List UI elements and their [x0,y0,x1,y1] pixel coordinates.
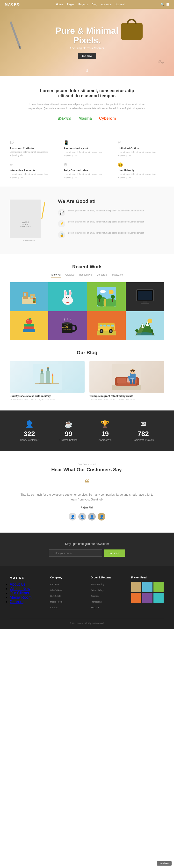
footer-company-col: Company About Us What's New Our Clients … [50,576,84,611]
feature-friendly: 😊 User Friendly Lorem ipsum dolor sit am… [118,162,164,179]
avatar-4-active[interactable]: 👤 [98,513,105,521]
footer-order-link-5[interactable]: Help Me [91,607,99,609]
svg-point-61 [100,330,103,332]
footer-link-4[interactable]: Media Room [10,595,32,599]
svg-rect-105 [130,379,132,384]
footer-order-link-2[interactable]: Return Policy [91,589,104,591]
mail-icon: ✉ [133,420,154,428]
feature-unlimited: ♾ Unlimited Option Lorem ipsum dolor sit… [118,140,164,157]
svg-point-23 [100,290,106,293]
work-item-2[interactable] [48,282,87,311]
footer-company-link-3[interactable]: Our Clients [50,595,61,597]
menu-icon[interactable]: ☰ [166,3,169,6]
flicker-thumb-2[interactable] [142,582,152,592]
flicker-thumb-6[interactable] [153,593,164,603]
testimonial-section: Dont take our for it! Hear What Our Cust… [0,451,174,533]
work-item-6[interactable]: EXPLORE THE OUTDOORS [48,311,87,340]
feature-friendly-text: Lorem ipsum dolor sit amet, consectetur … [118,173,164,179]
svg-rect-75 [152,332,152,335]
feature-interactive: ✏ Interactive Elements Lorem ipsum dolor… [10,162,56,179]
svg-rect-52 [97,331,116,335]
blog-title: Our Blog [10,350,164,355]
flicker-thumb-1[interactable] [131,582,141,592]
footer-link-2[interactable]: What's New [10,587,30,591]
blog-post-1-meta: 13 November 2021 World 5,081 User View [10,398,85,401]
work-item-7[interactable] [87,311,126,340]
footer-link-3[interactable]: Our Clients [10,591,29,595]
scissors-icon: ✂ [156,57,166,68]
svg-rect-82 [41,369,43,371]
work-tab-responsive[interactable]: Responsive [79,273,92,278]
svg-text:THE OUTDOORS: THE OUTDOORS [63,329,71,330]
nav-link-projects[interactable]: Projects [78,3,88,6]
nav-link-home[interactable]: Home [56,3,63,6]
footer-link-5[interactable]: Careers [10,600,24,604]
brands-list: México Mosiha Cyberom [14,116,160,121]
work-tab-magazine[interactable]: Magazine [112,273,122,278]
coffee-icon: ☕ [60,420,78,428]
footer-company-link-4[interactable]: Media Room [50,601,63,603]
svg-point-102 [134,371,134,372]
stat-awards-label: Awards Win [98,439,111,441]
work-tabs: Show All Creative Responsive Corporate M… [10,273,164,278]
feature-customizable-text: Lorem ipsum dolor sit amet, consectetur … [63,173,110,179]
newsletter-section: Stay upto date, join our newsletter Subs… [0,533,174,566]
blog-post-2-image [89,361,164,393]
svg-rect-3 [24,293,26,296]
newsletter-email-input[interactable] [49,550,102,557]
footer-company-link-1[interactable]: About Us [50,583,59,586]
testimonial-subtitle: Dont take our for it! [19,463,155,465]
work-item-1[interactable] [10,282,48,311]
feature-portfolio-text: Lorem ipsum dolor sit amet, consectetur … [10,151,56,157]
work-tab-corporate[interactable]: Corporate [97,273,107,278]
work-tab-all[interactable]: Show All [51,273,60,278]
svg-point-90 [45,383,51,384]
blog-post-1-date: 13 November 2021 [10,398,28,401]
nav-link-joomla[interactable]: Joomla! [115,3,125,6]
stat-coffees-label: Ordered Coffees [60,439,78,441]
work-item-5[interactable] [10,311,48,340]
svg-rect-106 [133,379,135,384]
good-content: We Are Good at! 💬 Lorem ipsum dolor sit … [58,198,164,242]
hero-buy-button[interactable]: Buy Now [78,53,96,59]
work-item-8[interactable] [126,311,164,340]
footer-order-title: Order & Returns [91,576,124,579]
blog-post-2-views: 5,081 User View [119,398,135,401]
footer-brand-col: MACRO About Us What's New Our Clients Me… [10,576,43,611]
footer-company-link-5[interactable]: Careers [50,607,58,609]
work-tab-creative[interactable]: Creative [65,273,75,278]
avatar-1[interactable]: 👤 [69,513,76,521]
footer-flicker-grid [131,582,165,603]
features-grid: 🖼 Awesome Portfolio Lorem ipsum dolor si… [10,140,164,179]
footer-order-links: Privacy Policy Return Policy Sitemap Pro… [91,582,124,609]
stat-projects-number: 782 [133,430,154,438]
flicker-thumb-5[interactable] [142,593,152,603]
good-item-2-text: Lorem ipsum dolor sit amet, consectetur … [68,220,144,223]
footer-company-links: About Us What's New Our Clients Media Ro… [50,582,84,609]
feature-unlimited-title: Unlimited Option [118,147,164,150]
intro-body: Lorem ipsum dolor sit amet, consectetur … [27,102,147,111]
svg-rect-6 [33,299,35,299]
feature-portfolio-title: Awesome Portfolio [10,147,56,150]
footer-order-link-1[interactable]: Privacy Policy [91,583,104,586]
avatar-2[interactable]: 👤 [78,513,86,521]
work-item-3[interactable] [87,282,126,311]
nav-link-pages[interactable]: Pages [67,3,75,6]
newsletter-submit-button[interactable]: Subscribe [104,550,125,557]
footer-link-1[interactable]: About Us [10,582,26,586]
avatar-3[interactable]: 👤 [88,513,96,521]
footer-order-link-4[interactable]: Promotions [91,601,102,603]
svg-point-76 [151,330,153,332]
nav-link-advance[interactable]: Advance [101,3,111,6]
work-item-4[interactable] [126,282,164,311]
flicker-thumb-3[interactable] [153,582,164,592]
svg-rect-38 [24,324,34,327]
chat-icon: 💬 [58,209,65,216]
svg-rect-33 [138,291,152,300]
search-icon[interactable]: 🔍 [161,3,164,6]
nav-link-blog[interactable]: Blog [92,3,97,6]
footer-company-link-2[interactable]: What's New [50,589,62,591]
flicker-thumb-4[interactable] [131,593,141,603]
blog-post-2-date: 13 November 2021 [89,398,108,401]
footer-order-link-3[interactable]: Sitemap [91,595,98,597]
